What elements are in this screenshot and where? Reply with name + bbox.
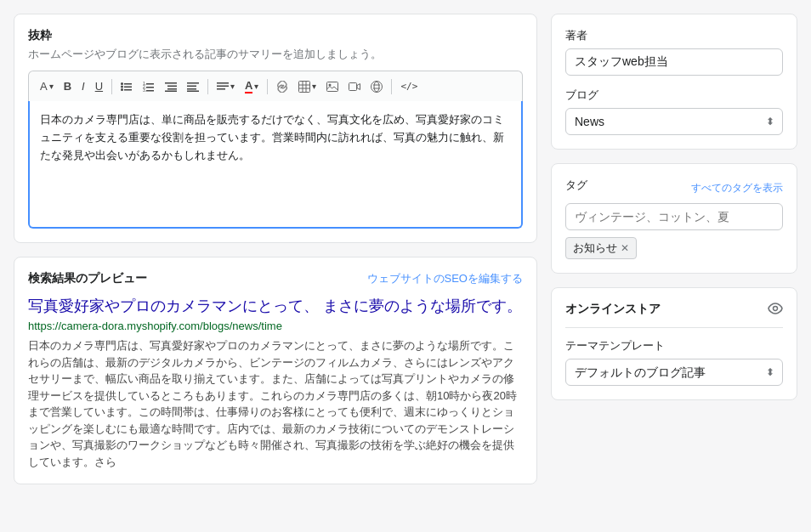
- svg-rect-11: [146, 90, 154, 92]
- toolbar-sep-4: [391, 79, 392, 94]
- italic-btn[interactable]: I: [77, 77, 89, 95]
- svg-point-0: [121, 82, 123, 85]
- blog-select-wrapper: News お知らせ ⬍: [565, 108, 783, 135]
- svg-rect-18: [187, 88, 196, 90]
- author-input[interactable]: [565, 48, 783, 76]
- svg-rect-12: [165, 82, 177, 84]
- svg-rect-20: [217, 82, 229, 84]
- align-btn[interactable]: ▾: [213, 78, 239, 95]
- code-btn[interactable]: </>: [396, 78, 422, 94]
- oshirase-tag: お知らせ ✕: [565, 237, 637, 259]
- svg-rect-23: [299, 81, 310, 92]
- svg-rect-15: [165, 90, 177, 92]
- theme-template-select-wrapper: デフォルトのブログ記事 ⬍: [565, 359, 783, 386]
- tags-header: タグ すべてのタグを表示: [565, 178, 783, 198]
- svg-rect-21: [217, 85, 229, 87]
- editor-toolbar: A ▾ B I U 1.2.3.: [28, 71, 523, 101]
- svg-rect-17: [187, 85, 196, 87]
- oshirase-tag-remove[interactable]: ✕: [621, 243, 629, 253]
- svg-rect-3: [124, 86, 132, 88]
- ol-btn[interactable]: 1.2.3.: [139, 78, 159, 95]
- bold-btn[interactable]: B: [60, 77, 76, 95]
- tags-label: タグ: [565, 178, 587, 193]
- search-preview-desc: 日本のカメラ専門店は、写真愛好家やプロのカメラマンにとって、まさに夢のような場所…: [28, 337, 523, 470]
- search-preview-url: https://camera-dora.myshopify.com/blogs/…: [28, 320, 523, 332]
- show-all-tags-link[interactable]: すべてのタグを表示: [691, 181, 783, 195]
- svg-point-2: [121, 85, 123, 88]
- svg-rect-7: [146, 83, 154, 85]
- tags-input[interactable]: [565, 203, 783, 230]
- video-btn[interactable]: [344, 78, 365, 95]
- svg-point-35: [774, 306, 778, 310]
- link-btn[interactable]: [272, 78, 292, 95]
- search-preview-label: 検索結果のプレビュー: [28, 271, 147, 286]
- svg-point-31: [371, 81, 383, 92]
- oshirase-tag-label: お知らせ: [573, 241, 617, 256]
- excerpt-editor[interactable]: 日本のカメラ専門店は、単に商品を販売するだけでなく、写真文化を広め、写真愛好家の…: [28, 101, 523, 229]
- svg-rect-5: [124, 89, 132, 91]
- toolbar-sep-3: [267, 79, 268, 94]
- color-btn[interactable]: A ▾: [241, 76, 263, 96]
- svg-rect-1: [124, 83, 132, 85]
- ul-btn[interactable]: [116, 78, 137, 95]
- image-btn[interactable]: [322, 78, 343, 95]
- blog-select[interactable]: News お知らせ: [565, 108, 783, 135]
- svg-rect-19: [187, 90, 199, 92]
- svg-rect-22: [217, 88, 225, 90]
- visibility-icon[interactable]: [768, 303, 783, 317]
- indent-btn[interactable]: [161, 78, 181, 95]
- edit-seo-link[interactable]: ウェブサイトのSEOを編集する: [367, 271, 523, 286]
- embed-btn[interactable]: [366, 78, 387, 95]
- author-label: 著者: [565, 28, 783, 43]
- online-store-title: オンラインストア: [565, 302, 661, 317]
- svg-text:3.: 3.: [143, 88, 146, 93]
- online-store-section: オンラインストア テーマテンプレート デフォルトのブログ記事 ⬍: [551, 287, 797, 400]
- search-preview-header: 検索結果のプレビュー ウェブサイトのSEOを編集する: [28, 271, 523, 286]
- theme-template-label: テーマテンプレート: [565, 338, 783, 354]
- svg-rect-16: [187, 82, 199, 84]
- author-blog-section: 著者 ブログ News お知らせ ⬍: [551, 14, 797, 150]
- search-preview-card: 検索結果のプレビュー ウェブサイトのSEOを編集する 写真愛好家やプロのカメラマ…: [14, 257, 537, 484]
- search-preview-title: 写真愛好家やプロのカメラマンにとって、 まさに夢のような場所です。: [28, 297, 523, 316]
- outdent-btn[interactable]: [183, 78, 203, 95]
- toolbar-sep-2: [207, 79, 208, 94]
- underline-btn[interactable]: U: [91, 77, 107, 95]
- svg-rect-14: [167, 88, 177, 90]
- svg-rect-28: [327, 82, 338, 91]
- theme-template-select[interactable]: デフォルトのブログ記事: [565, 359, 783, 386]
- font-family-btn[interactable]: A ▾: [36, 77, 58, 95]
- tags-list: お知らせ ✕: [565, 237, 783, 259]
- blog-label: ブログ: [565, 88, 783, 103]
- online-store-header: オンラインストア: [565, 302, 783, 317]
- excerpt-label: 抜粋: [28, 28, 523, 43]
- table-btn[interactable]: ▾: [294, 78, 320, 95]
- svg-point-34: [374, 82, 379, 92]
- svg-rect-13: [167, 85, 177, 87]
- excerpt-hint: ホームページやブログに表示される記事のサマリーを追加しましょう。: [28, 47, 523, 62]
- svg-point-4: [121, 88, 123, 91]
- toolbar-sep-1: [111, 79, 112, 94]
- tags-section: タグ すべてのタグを表示 お知らせ ✕: [551, 163, 797, 274]
- online-store-divider: [565, 327, 783, 328]
- svg-rect-30: [349, 82, 357, 90]
- excerpt-card: 抜粋 ホームページやブログに表示される記事のサマリーを追加しましょう。 A ▾ …: [14, 14, 537, 243]
- svg-rect-9: [146, 87, 154, 88]
